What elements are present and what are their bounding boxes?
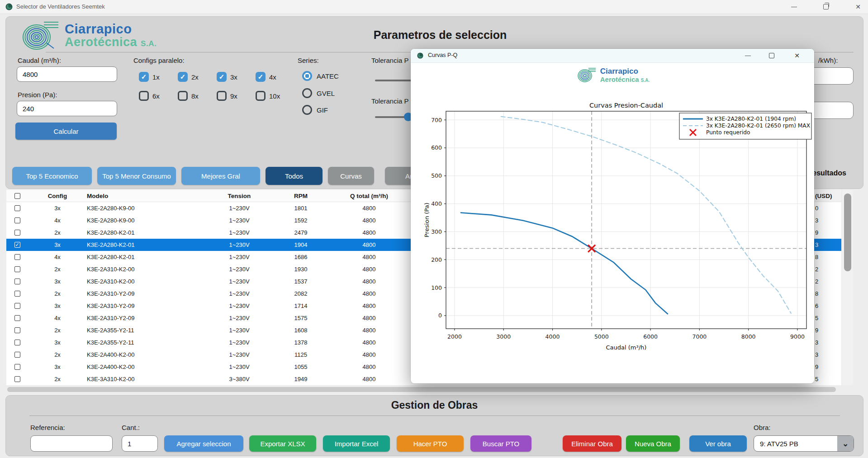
cell: 5 [815, 315, 841, 321]
row-checkbox[interactable] [14, 266, 20, 272]
cell: 4800 [331, 254, 407, 260]
obras-panel: Gestion de Obras Referencia: Cant.: Agre… [5, 395, 863, 456]
tab-top-5-economico[interactable]: Top 5 Economico [12, 167, 92, 185]
maximize-icon [769, 53, 774, 58]
chevron-down-icon[interactable]: ⌄ [837, 436, 854, 451]
minimize-icon [791, 7, 797, 7]
config-checkbox-8x[interactable]: 8x [178, 91, 199, 101]
config-checkbox-2x[interactable]: ✓2x [178, 72, 199, 82]
checkbox-label: 2x [191, 73, 199, 81]
calcular-button[interactable]: Calcular [15, 123, 117, 140]
row-checkbox[interactable]: ✓ [14, 242, 20, 248]
row-checkbox[interactable] [14, 254, 20, 260]
cell: K3E-2A310-K2-00 [87, 266, 208, 273]
row-checkbox[interactable] [14, 303, 20, 309]
cell: 4800 [331, 339, 407, 346]
cell: 4800 [331, 278, 407, 285]
cell: K3E-2A280-K2-01 [87, 254, 208, 260]
cell: 3 [815, 217, 841, 224]
row-checkbox[interactable] [14, 364, 20, 370]
cell: 1125 [270, 351, 331, 358]
ver-obra-button[interactable]: Ver obra [689, 435, 747, 452]
config-checkbox-6x[interactable]: 6x [139, 91, 160, 101]
row-checkbox[interactable] [14, 205, 20, 211]
buscar-pto-button[interactable]: Buscar PTO [470, 435, 531, 452]
importar-excel-button[interactable]: Importar Excel [323, 435, 390, 452]
cell: 1~230V [208, 254, 270, 260]
dialog-minimize-button[interactable] [738, 49, 758, 62]
cell: 1686 [270, 254, 331, 260]
row-checkbox-cell: ✓ [6, 242, 28, 248]
brand-logo: Ciarrapico Aerotécnica S.A. [18, 20, 157, 51]
config-checkbox-1x[interactable]: ✓1x [139, 72, 160, 82]
col-config: Config [28, 193, 87, 199]
referencia-input[interactable] [30, 435, 113, 452]
cell: 2x [28, 376, 87, 382]
row-checkbox-cell [6, 327, 28, 333]
hacer-pto-button[interactable]: Hacer PTO [397, 435, 464, 452]
row-checkbox-cell [6, 340, 28, 345]
table-horizontal-scrollbar[interactable] [7, 387, 836, 392]
cell: 2x [28, 290, 87, 297]
row-checkbox[interactable] [14, 279, 20, 284]
svg-text:Curvas Presion-Caudal: Curvas Presion-Caudal [589, 102, 663, 109]
cant-input[interactable] [122, 435, 158, 452]
row-checkbox[interactable] [14, 230, 20, 236]
tab-top-5-menor-consumo[interactable]: Top 5 Menor Consumo [97, 167, 176, 185]
presion-input[interactable] [17, 101, 117, 116]
series-radio-GIF[interactable]: GIF [302, 105, 328, 115]
restore-button[interactable] [816, 0, 836, 14]
svg-text:2000: 2000 [447, 333, 462, 340]
table-vertical-scrollbar[interactable] [842, 190, 853, 385]
nueva-obra-button[interactable]: Nueva Obra [626, 435, 680, 452]
caudal-input[interactable] [17, 66, 117, 82]
cell: 1~230V [208, 217, 270, 224]
svg-text:9000: 9000 [790, 333, 805, 340]
row-checkbox[interactable] [14, 217, 20, 223]
dialog-brand-logo: Ciarrapico Aerotécnica S.A. [411, 67, 814, 83]
row-checkbox[interactable] [14, 291, 20, 297]
select-all-checkbox[interactable] [14, 193, 20, 199]
configs-label: Configs paralelo: [133, 57, 185, 64]
tab-curvas[interactable]: Curvas [328, 167, 374, 185]
exportar-xlsx-button[interactable]: Exportar XLSX [249, 435, 316, 452]
vertical-scrollbar-thumb[interactable] [844, 194, 851, 271]
checkbox-icon [178, 91, 188, 101]
restore-icon [823, 4, 829, 9]
minimize-icon [745, 56, 751, 56]
tab-todos[interactable]: Todos [266, 167, 323, 185]
checkbox-label: 9x [230, 92, 237, 100]
config-checkbox-9x[interactable]: 9x [217, 91, 237, 101]
cell: 1~230V [208, 241, 270, 248]
cell: 1~230V [208, 229, 270, 236]
series-radio-GVEL[interactable]: GVEL [302, 88, 335, 98]
obra-dropdown[interactable]: 9: ATV25 PB ⌄ [754, 435, 854, 452]
dialog-maximize-button[interactable] [762, 49, 782, 62]
row-checkbox[interactable] [14, 327, 20, 333]
col-modelo: Modelo [87, 193, 208, 199]
row-checkbox[interactable] [14, 352, 20, 358]
dialog-close-button[interactable]: ✕ [787, 49, 807, 62]
tab-mejores-gral[interactable]: Mejores Gral [181, 167, 260, 185]
config-checkbox-3x[interactable]: ✓3x [217, 72, 237, 82]
window-titlebar: Selector de Ventiladores Seemtek ✕ [0, 0, 868, 14]
checkbox-icon [256, 91, 266, 101]
cell: 3x [28, 302, 87, 309]
cell: 3 [815, 351, 841, 358]
cell: 1714 [270, 302, 331, 309]
series-radio-AATEC[interactable]: AATEC [302, 71, 339, 81]
row-checkbox[interactable] [14, 340, 20, 345]
row-checkbox[interactable] [14, 315, 20, 321]
config-checkbox-4x[interactable]: ✓4x [256, 72, 276, 82]
close-button[interactable]: ✕ [848, 0, 868, 14]
agregar-seleccion-button[interactable]: Agregar seleccion [164, 435, 243, 452]
row-checkbox[interactable] [14, 376, 20, 382]
eliminar-obra-button[interactable]: Eliminar Obra [563, 435, 621, 452]
svg-text:400: 400 [431, 200, 442, 207]
row-checkbox-cell [6, 230, 28, 236]
cell: 1~230V [208, 339, 270, 346]
minimize-button[interactable] [783, 0, 804, 14]
config-checkbox-10x[interactable]: 10x [256, 91, 280, 101]
cell: 4800 [331, 241, 407, 248]
svg-text:0: 0 [438, 312, 442, 319]
